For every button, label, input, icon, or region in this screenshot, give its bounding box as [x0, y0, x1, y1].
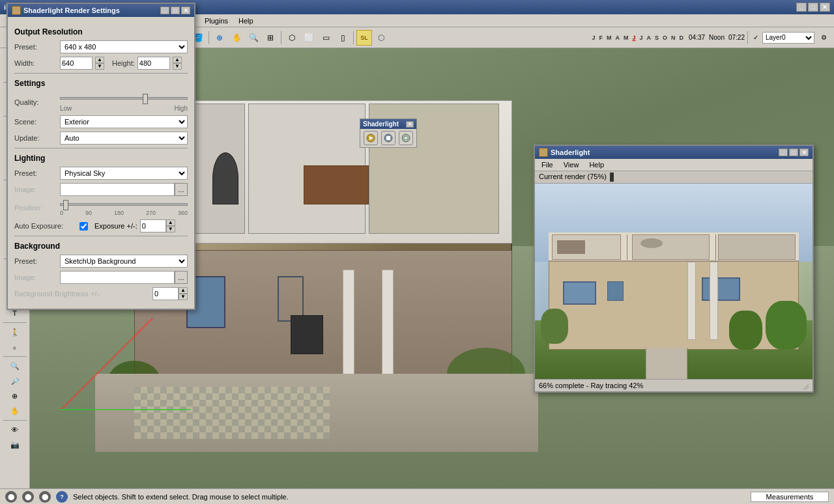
image-browse-button[interactable]: …	[175, 183, 188, 196]
image-row: Image: …	[14, 183, 188, 196]
zoom-extent-button[interactable]: ⊞	[263, 30, 278, 46]
quality-thumb[interactable]	[143, 94, 148, 104]
bg-brightness-input[interactable]	[152, 287, 179, 300]
width-input[interactable]	[60, 57, 93, 70]
shaderlight-button[interactable]: SL	[356, 30, 372, 46]
settings-close-button[interactable]: ✕	[181, 7, 190, 14]
status-icon-3[interactable]: ⬤	[39, 491, 51, 503]
iso-button[interactable]: ⬡	[284, 30, 300, 46]
month-o[interactable]: O	[661, 34, 669, 42]
render-menu-file[interactable]: File	[538, 160, 557, 169]
bg-image-row: Image: …	[14, 271, 188, 284]
render-maximize-button[interactable]: □	[789, 148, 798, 156]
update-select[interactable]: Auto Manual	[60, 132, 188, 145]
look-around-tool[interactable]: 👁	[8, 423, 22, 437]
position-thumb[interactable]	[63, 200, 68, 210]
zoom-out-tool[interactable]: 🔎	[8, 374, 22, 388]
auto-exposure-checkbox[interactable]	[79, 222, 88, 231]
divider-1	[14, 73, 188, 74]
lighting-preset-select[interactable]: Physical Sky Overcast Indoor Studio	[60, 167, 188, 180]
month-a1[interactable]: A	[614, 34, 621, 42]
render-settings-titlebar[interactable]: Shaderlight Render Settings _ □ ✕	[8, 4, 194, 17]
exposure-input[interactable]	[140, 219, 166, 232]
month-f[interactable]: F	[597, 34, 604, 42]
render-current-label: Current render (75%)	[535, 171, 812, 184]
maximize-button[interactable]: □	[808, 3, 818, 12]
minimize-button[interactable]: _	[796, 3, 807, 12]
month-a2[interactable]: A	[646, 34, 653, 42]
layer-settings-button[interactable]: ⚙	[816, 30, 831, 46]
month-j2[interactable]: J	[631, 34, 637, 42]
render-menu-view[interactable]: View	[560, 160, 583, 169]
render-settings-button[interactable]	[399, 131, 413, 145]
render-stop-button[interactable]	[381, 131, 395, 145]
orbit-tool[interactable]: ⊕	[8, 389, 22, 403]
height-input[interactable]	[137, 57, 170, 70]
render-menu-help[interactable]: Help	[585, 160, 608, 169]
bg-image-input[interactable]	[60, 271, 175, 284]
render-close-button[interactable]: ✕	[799, 148, 809, 156]
time2: 07:22	[728, 34, 745, 41]
month-j1[interactable]: J	[590, 34, 596, 42]
plugin-button2[interactable]: ⬡	[373, 30, 389, 46]
render-minimize-button[interactable]: _	[779, 148, 788, 156]
shaderlight-small-titlebar[interactable]: Shaderlight ✕	[360, 119, 416, 129]
svg-rect-3	[386, 136, 390, 140]
exposure-label: Exposure +/-:	[94, 222, 137, 230]
bg-brightness-up[interactable]: ▲	[179, 287, 188, 294]
settings-maximize-button[interactable]: □	[171, 7, 180, 14]
month-n[interactable]: N	[670, 34, 677, 42]
top-button[interactable]: ⬜	[301, 30, 317, 46]
height-down[interactable]: ▼	[173, 63, 182, 70]
width-up[interactable]: ▲	[95, 57, 104, 63]
shaderlight-small-close[interactable]: ✕	[406, 121, 414, 128]
pan-button[interactable]: ✋	[229, 30, 244, 46]
status-bar: ⬤ ⬤ ⬤ ? Select objects. Shift to extend …	[0, 488, 834, 504]
render-settings-controls: _ □ ✕	[160, 7, 190, 14]
zoom-in-tool[interactable]: 🔍	[8, 359, 22, 373]
divider-2	[14, 148, 188, 148]
pan-tool2[interactable]: ✋	[8, 404, 22, 418]
height-up[interactable]: ▲	[173, 57, 182, 63]
render-start-button[interactable]	[364, 131, 378, 145]
position-camera-tool[interactable]: 📷	[8, 438, 22, 452]
walk-tool[interactable]: 🚶	[8, 325, 22, 339]
lighting-preset-row: Preset: Physical Sky Overcast Indoor Stu…	[14, 167, 188, 180]
bg-brightness-down[interactable]: ▼	[179, 294, 188, 300]
month-d[interactable]: D	[678, 34, 685, 42]
status-icon-1[interactable]: ⬤	[5, 491, 17, 503]
right-button[interactable]: ▯	[335, 30, 351, 46]
shaderlight-render-title-text: Shaderlight	[551, 148, 590, 156]
preset-select[interactable]: 640 x 480 800 x 600 1024 x 768	[60, 40, 188, 53]
render-canvas	[535, 184, 812, 379]
menu-help[interactable]: Help	[233, 16, 259, 26]
shaderlight-render-titlebar[interactable]: Shaderlight _ □ ✕	[535, 146, 812, 159]
update-label: Update:	[14, 134, 60, 142]
settings-minimize-button[interactable]: _	[160, 7, 169, 14]
orbit-button[interactable]: ⊕	[212, 30, 227, 46]
layer-select[interactable]: Layer0	[762, 32, 814, 44]
close-button[interactable]: ✕	[820, 3, 830, 12]
exposure-up[interactable]: ▲	[166, 219, 175, 226]
bg-image-browse-button[interactable]: …	[175, 271, 188, 284]
exposure-down[interactable]: ▼	[166, 226, 175, 232]
month-m1[interactable]: M	[605, 34, 613, 42]
month-s[interactable]: S	[654, 34, 660, 42]
zoom-button[interactable]: 🔍	[246, 30, 261, 46]
section-tool[interactable]: ⬦	[8, 340, 22, 354]
width-down[interactable]: ▼	[95, 63, 104, 70]
status-icon-2[interactable]: ⬤	[22, 491, 34, 503]
noon-label: Noon	[709, 34, 725, 41]
bg-image-field-wrap: …	[60, 271, 188, 284]
resize-handle[interactable]	[801, 382, 809, 389]
month-m2[interactable]: M	[622, 34, 630, 42]
auto-exposure-row: Auto Exposure: Exposure +/-: ▲ ▼	[14, 219, 188, 232]
menu-plugins[interactable]: Plugins	[199, 16, 233, 26]
front-button[interactable]: ▭	[318, 30, 334, 46]
status-text: Select objects. Shift to extend select. …	[73, 493, 289, 501]
bg-preset-select[interactable]: SketchUp Background Physical Sky Custom …	[60, 255, 188, 268]
time-display: 04:37 Noon 07:22	[689, 34, 745, 41]
month-j3[interactable]: J	[638, 34, 644, 42]
scene-select[interactable]: Exterior Interior	[60, 115, 188, 128]
image-input[interactable]	[60, 183, 175, 196]
